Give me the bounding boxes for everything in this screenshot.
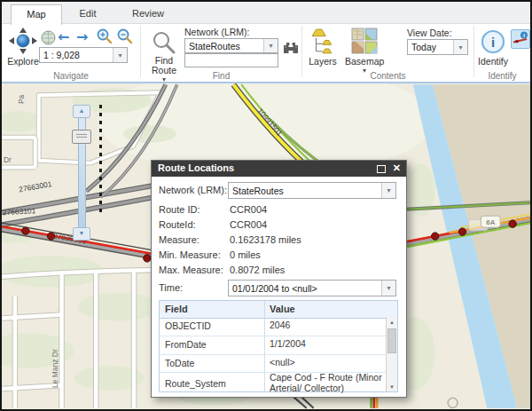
field-column-header: Field	[165, 304, 188, 314]
street-label-dr: Dr	[4, 155, 12, 164]
arcgis-window: Map Edit Review Explore ← →	[0, 0, 532, 411]
route-value-input[interactable]	[184, 53, 278, 67]
time-value: 01/01/2004 to <null>	[232, 281, 317, 296]
navigate-group-label: Navigate	[2, 71, 140, 81]
ribbon-tab-bar: Map Edit Review	[2, 2, 530, 24]
chevron-down-icon[interactable]: ▾	[381, 183, 395, 198]
table-row[interactable]: OBJECTID 2046	[160, 318, 387, 336]
street-label-pa: Pa	[17, 94, 26, 104]
explore-label: Explore	[5, 56, 41, 67]
cell-value: 1/1/2004	[270, 339, 385, 350]
map-view[interactable]: 6A 27663001 27663101 27935001 10991501 L…	[2, 83, 530, 409]
tab-review[interactable]: Review	[115, 4, 181, 23]
svg-text:i: i	[491, 35, 495, 50]
cell-field: ToDate	[165, 358, 194, 368]
cell-field: FromDate	[165, 339, 207, 350]
map-scale-value: 1 : 9,028	[43, 48, 80, 62]
time-combo[interactable]: 01/01/2004 to <null> ▾	[228, 280, 396, 296]
route-locations-dialog: Route Locations ✕ Network (LRM): StateRo…	[151, 160, 407, 398]
basemap-label: Basemap	[345, 56, 384, 67]
contents-group-label: Contents	[302, 71, 473, 81]
find-group-label: Find	[141, 71, 301, 81]
attribute-table: Field Value OBJECTID 2046 FromDate 1/1/2…	[159, 300, 398, 392]
tab-map[interactable]: Map	[11, 4, 62, 25]
svg-text:6A: 6A	[486, 218, 495, 226]
explore-icon	[9, 28, 37, 55]
cell-field: OBJECTID	[165, 320, 211, 331]
route-id-label: Route ID:	[159, 204, 200, 215]
scroll-down-icon[interactable]: ▼	[387, 384, 397, 390]
table-row[interactable]: Route_System Cape Cod - F Route (Minor A…	[160, 373, 387, 391]
identify-icon: i	[480, 28, 506, 55]
binoculars-icon[interactable]	[283, 42, 299, 54]
map-scale-combo[interactable]: 1 : 9,028 ▾	[39, 47, 128, 63]
identify-route-locations-tool[interactable]: i	[511, 29, 530, 49]
chevron-down-icon[interactable]: ▾	[113, 48, 127, 62]
street-label-le-manz-dr: Le Manz Dr	[51, 349, 59, 388]
ribbon: Explore ← → 1 : 9,028 ▾ Navigat	[2, 24, 530, 83]
next-extent-icon[interactable]: →	[76, 30, 88, 44]
routeid-value: CCR004	[230, 219, 267, 230]
dialog-network-value: StateRoutes	[232, 183, 284, 198]
table-row[interactable]: FromDate 1/1/2004	[160, 336, 387, 355]
routeid-label: RouteId:	[159, 219, 196, 230]
find-route-magnifier-icon	[152, 30, 176, 55]
layers-label: Layers	[304, 56, 341, 67]
chevron-down-icon[interactable]: ▾	[453, 40, 467, 54]
dialog-title: Route Locations	[158, 162, 234, 173]
network-lrm-value: StateRoutes	[189, 39, 240, 52]
cell-value: Cape Cod - F Route (Minor Arterial/ Coll…	[270, 373, 385, 393]
tab-edit[interactable]: Edit	[61, 4, 114, 23]
fixed-zoom-in-icon[interactable]	[96, 28, 113, 45]
identify-route-tool-icon: i	[512, 30, 529, 48]
route-id-value: CCR004	[230, 204, 267, 215]
basemap-icon	[351, 28, 378, 54]
measure-label: Measure:	[159, 234, 200, 245]
explore-button[interactable]: Explore	[5, 27, 41, 66]
group-contents: Layers Basemap ▾ View Date: Today	[302, 24, 473, 82]
view-date-label: View Date:	[407, 28, 452, 38]
cell-value: 2046	[270, 320, 385, 331]
group-find: Find Route ▾ Network (LRM): StateRoutes …	[141, 24, 301, 82]
dialog-title-bar[interactable]: Route Locations ✕	[152, 161, 406, 177]
scroll-up-icon[interactable]: ▲	[387, 320, 397, 325]
chevron-down-icon[interactable]: ▾	[381, 281, 395, 296]
identify-label: Identify	[474, 56, 512, 67]
dialog-network-label: Network (LRM):	[159, 185, 227, 195]
dialog-network-combo[interactable]: StateRoutes ▾	[228, 182, 396, 199]
value-column-header: Value	[270, 304, 295, 314]
close-icon[interactable]: ✕	[393, 162, 401, 174]
group-navigate: Explore ← → 1 : 9,028 ▾ Navigat	[2, 24, 140, 82]
cell-field: Route_System	[165, 378, 226, 389]
chevron-down-icon[interactable]: ▾	[263, 39, 278, 52]
maximize-icon[interactable]	[377, 165, 386, 173]
zoom-slider-down-button[interactable]: ▼	[73, 227, 90, 241]
full-extent-globe-icon[interactable]	[41, 30, 56, 45]
group-identify: i Identify i Identify	[474, 24, 530, 82]
min-measure-value: 0 miles	[230, 249, 261, 260]
layers-button[interactable]: Layers	[306, 27, 340, 66]
road-label-27663101: 27663101	[3, 206, 36, 217]
zoom-slider-up-button[interactable]: ▲	[73, 105, 90, 118]
scrollbar-thumb[interactable]	[387, 328, 396, 353]
min-measure-label: Min. Measure:	[159, 249, 221, 260]
network-lrm-combo[interactable]: StateRoutes ▾	[184, 38, 278, 53]
layers-icon	[309, 28, 336, 55]
time-label: Time:	[159, 282, 183, 293]
identify-button[interactable]: i Identify	[477, 27, 509, 66]
zoom-slider-handle[interactable]	[72, 130, 91, 144]
measure-value: 0.1623178 miles	[230, 234, 301, 245]
previous-extent-icon[interactable]: ←	[58, 30, 69, 44]
table-scrollbar[interactable]: ▲ ▼	[386, 318, 397, 391]
max-measure-label: Max. Measure:	[159, 265, 223, 275]
cell-value: <null>	[270, 358, 385, 368]
identify-group-label: Identify	[474, 71, 530, 81]
table-header-row: Field Value	[160, 301, 397, 319]
network-lrm-label: Network (LRM):	[184, 27, 250, 37]
fixed-zoom-out-icon[interactable]	[116, 28, 134, 45]
view-date-value: Today	[411, 40, 436, 54]
view-date-combo[interactable]: Today ▾	[407, 39, 468, 55]
max-measure-value: 0.8072 miles	[230, 265, 285, 275]
table-row[interactable]: ToDate <null>	[160, 355, 387, 373]
zoom-slider-tick-marks	[99, 105, 102, 213]
